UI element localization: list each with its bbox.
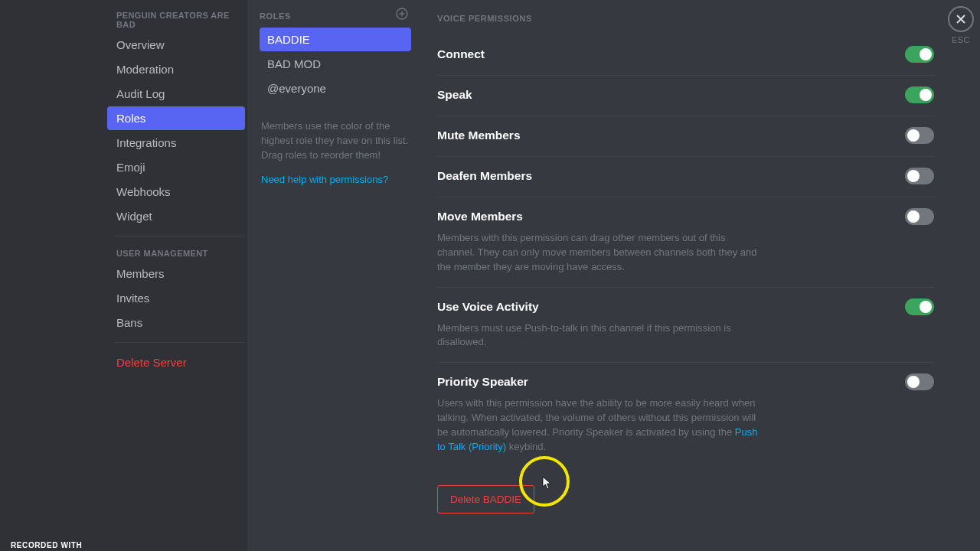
permission-label: Use Voice Activity [437, 300, 539, 314]
watermark-text: RECORDED WITH [11, 541, 82, 549]
sidebar-divider [115, 342, 245, 343]
permission-toggle[interactable] [905, 168, 934, 184]
permission-mute-members: Mute Members [437, 116, 934, 157]
sidebar-item-moderation[interactable]: Moderation [107, 57, 245, 81]
sidebar-item-audit-log[interactable]: Audit Log [107, 82, 245, 106]
permission-label: Deafen Members [437, 169, 532, 183]
sidebar-item-invites[interactable]: Invites [107, 286, 245, 310]
permission-description: Members must use Push-to-talk in this ch… [437, 321, 759, 350]
delete-role-button[interactable]: Delete BADDIE [437, 485, 534, 514]
permission-label: Connect [437, 47, 485, 61]
close-esc-label: ESC [948, 35, 974, 44]
permission-toggle[interactable] [905, 46, 934, 63]
close-button[interactable] [948, 6, 974, 32]
permission-label: Priority Speaker [437, 375, 528, 389]
sidebar-item-roles[interactable]: Roles [107, 106, 245, 130]
delete-server-link[interactable]: Delete Server [107, 350, 247, 374]
permission-desc-link[interactable]: Push to Talk (Priority) [437, 426, 757, 452]
permission-priority-speaker: Priority SpeakerUsers with this permissi… [437, 363, 934, 466]
permission-use-voice-activity: Use Voice ActivityMembers must use Push-… [437, 288, 934, 364]
permission-toggle[interactable] [905, 127, 934, 144]
permission-toggle[interactable] [905, 298, 934, 315]
permission-description: Members with this permission can drag ot… [437, 231, 759, 275]
sidebar-item-webhooks[interactable]: Webhooks [107, 180, 245, 204]
permission-connect: Connect [437, 35, 934, 76]
sidebar-item-members[interactable]: Members [107, 262, 245, 285]
permission-label: Move Members [437, 210, 523, 223]
permission-speak: Speak [437, 76, 934, 116]
sidebar-item-overview[interactable]: Overview [107, 33, 245, 57]
roles-header: ROLES [260, 11, 291, 21]
role-item-baddie[interactable]: BADDIE [260, 28, 411, 51]
roles-help-text: Members use the color of the highest rol… [260, 101, 411, 163]
sidebar-item-integrations[interactable]: Integrations [107, 131, 245, 155]
role-item-badmod[interactable]: BAD MOD [260, 52, 411, 76]
sidebar-divider [115, 236, 245, 236]
add-role-icon[interactable] [393, 8, 411, 24]
server-name-header: PENGUIN CREATORS ARE BAD [107, 6, 247, 32]
close-area: ESC [948, 6, 974, 44]
role-item-everyone[interactable]: @everyone [260, 77, 411, 100]
user-management-header: USER MANAGEMENT [107, 244, 247, 261]
sidebar-item-bans[interactable]: Bans [107, 311, 245, 334]
server-settings-sidebar: PENGUIN CREATORS ARE BAD OverviewModerat… [0, 0, 247, 551]
permissions-panel: VOICE PERMISSIONS ConnectSpeakMute Membe… [423, 0, 980, 551]
permission-description: Users with this permission have the abil… [437, 396, 759, 454]
permission-toggle[interactable] [905, 208, 934, 225]
permission-move-members: Move MembersMembers with this permission… [437, 197, 934, 288]
sidebar-item-emoji[interactable]: Emoji [107, 155, 245, 179]
permission-deafen-members: Deafen Members [437, 157, 934, 197]
permission-toggle[interactable] [905, 86, 934, 103]
roles-column: ROLES BADDIEBAD MOD@everyone Members use… [247, 0, 423, 551]
permission-toggle[interactable] [905, 373, 934, 390]
voice-permissions-header: VOICE PERMISSIONS [437, 14, 934, 23]
sidebar-item-widget[interactable]: Widget [107, 204, 245, 228]
roles-help-link[interactable]: Need help with permissions? [260, 163, 411, 185]
permission-label: Speak [437, 88, 472, 102]
permission-label: Mute Members [437, 129, 521, 142]
